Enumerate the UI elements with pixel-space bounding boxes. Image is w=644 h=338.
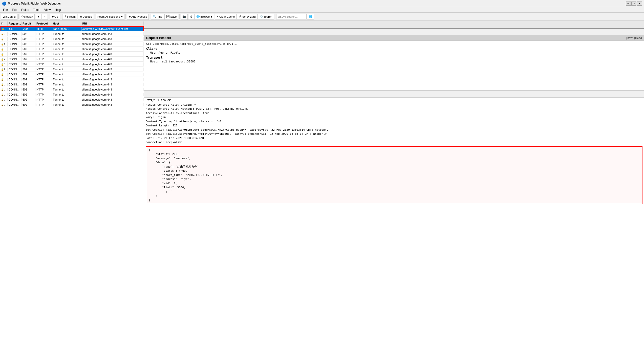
session-row[interactable]: 🔒5 CONNECT 502 HTTP Tunnel to clients1.g… — [0, 47, 144, 52]
toolbar-sep-5 — [125, 14, 126, 19]
tearoff-button[interactable]: 📎 Tearoff — [258, 14, 274, 20]
cell-protocol: HTTP — [35, 67, 52, 71]
cell-result: 502 — [22, 52, 35, 56]
col-header-url[interactable]: URI — [81, 21, 144, 26]
save-button[interactable]: 💾 Save — [164, 14, 178, 20]
row-icon: 🔒 — [1, 43, 4, 46]
session-row[interactable]: 🔒6 CONNECT 502 HTTP Tunnel to clients1.g… — [0, 52, 144, 57]
winconfig-button[interactable]: WinConfig — [1, 14, 17, 20]
session-row[interactable]: 🔒12 CONNECT 502 HTTP Tunnel to clients1.… — [0, 82, 144, 87]
decode-label: Decode — [82, 15, 92, 18]
cell-url: clients1.google.com:443 — [81, 37, 144, 41]
msdn-go-button[interactable]: 🌐 — [307, 14, 314, 20]
keep-sessions-dropdown[interactable]: Keep: All sessions ▼ — [96, 14, 124, 20]
process-icon: ⊕ — [128, 15, 131, 18]
cell-method: GET — [8, 27, 22, 31]
cell-num: 🔒5 — [0, 47, 8, 51]
cell-host: Tunnel to — [52, 98, 81, 101]
browse-dropdown[interactable]: 🌐 Browse ▼ — [195, 14, 214, 20]
decode-button[interactable]: ⊞ Decode — [78, 14, 94, 20]
text-wizard-label: Text Wizard — [241, 15, 255, 18]
session-row[interactable]: 🔒3 CONNECT 502 HTTP Tunnel to clients1.g… — [0, 36, 144, 41]
stop-button[interactable]: ✕ — [42, 14, 48, 20]
window-controls[interactable]: ─ □ ✕ — [626, 2, 642, 6]
replay-dropdown-button[interactable]: ▼ — [35, 14, 41, 20]
session-row[interactable]: 🔒4 CONNECT 502 HTTP Tunnel to clients1.g… — [0, 41, 144, 47]
go-button[interactable]: ▶ Go — [50, 14, 60, 20]
minimize-button[interactable]: ─ — [626, 2, 631, 6]
menu-file[interactable]: File — [1, 8, 10, 12]
replay-button[interactable]: ⟳ Replay — [20, 14, 35, 20]
menu-edit[interactable]: Edit — [10, 8, 19, 12]
cell-host: Tunnel to — [52, 73, 81, 76]
cell-url: clients1.google.com:443 — [81, 83, 144, 86]
col-header-reques[interactable]: Reques... — [8, 21, 22, 26]
menu-view[interactable]: View — [42, 8, 53, 12]
msdn-search-input[interactable] — [276, 14, 307, 19]
browse-label: Browse — [200, 15, 210, 18]
maximize-button[interactable]: □ — [631, 2, 636, 6]
inspector-request-tabs — [144, 29, 644, 35]
snapshot-button[interactable]: 📷 — [181, 14, 188, 20]
col-header-num[interactable]: # — [0, 21, 8, 26]
session-row[interactable]: 🔒16 CONNECT 502 HTTP Tunnel to clients1.… — [0, 102, 144, 107]
cell-num: 🔒9 — [0, 67, 8, 71]
cell-host: rap2.taoba... — [52, 27, 81, 31]
cell-method: CONNECT — [8, 32, 22, 36]
top-tabs-bar — [144, 21, 644, 29]
cell-result: 502 — [22, 78, 35, 81]
cell-result: 502 — [22, 83, 35, 86]
menu-tools[interactable]: Tools — [31, 8, 42, 12]
cell-result: 502 — [22, 62, 35, 66]
session-row[interactable]: 🔒15 CONNECT 502 HTTP Tunnel to clients1.… — [0, 97, 144, 102]
cell-result: 502 — [22, 73, 35, 76]
cell-result: 200 — [22, 27, 36, 31]
cell-method: CONNECT — [8, 52, 22, 56]
col-header-result[interactable]: Result — [22, 21, 35, 26]
stream-icon: ⬇ — [64, 15, 66, 18]
browse-dropdown-icon: ▼ — [210, 15, 213, 18]
clear-cache-icon: ✕ — [217, 15, 219, 18]
session-row[interactable]: 🔒14 CONNECT 502 HTTP Tunnel to clients1.… — [0, 92, 144, 97]
titlebar: 🔵 Progress Telerik Fiddler Web Debugger … — [0, 0, 644, 7]
session-row[interactable]: 🔒10 CONNECT 502 HTTP Tunnel to clients1.… — [0, 72, 144, 77]
row-icon: 🔒 — [1, 33, 4, 35]
cell-url: clients1.google.com:443 — [81, 42, 144, 46]
menu-help[interactable]: Help — [53, 8, 63, 12]
clear-cache-button[interactable]: ✕ Clear Cache — [215, 14, 237, 20]
session-row[interactable]: 🔒7 CONNECT 502 HTTP Tunnel to clients1.g… — [0, 57, 144, 62]
close-button[interactable]: ✕ — [637, 2, 642, 6]
text-wizard-icon: 𝒯 — [239, 15, 241, 18]
session-row[interactable]: 🔒8 CONNECT 502 HTTP Tunnel to clients1.g… — [0, 62, 144, 67]
row-icon: 🔒 — [1, 38, 4, 40]
col-header-protocol[interactable]: Protocol — [35, 21, 52, 26]
any-process-button[interactable]: ⊕ Any Process — [127, 14, 149, 20]
cell-num: 🔒4 — [0, 42, 8, 46]
session-row[interactable]: 🔒9 CONNECT 502 HTTP Tunnel to clients1.g… — [0, 67, 144, 72]
cell-num: 🔒10 — [0, 73, 8, 76]
stream-button[interactable]: ⬇ Stream — [62, 14, 77, 20]
session-row[interactable]: 🔒1 GET 200 HTTP rap2.taoba... /app/mock/… — [0, 26, 144, 31]
timer-button[interactable]: ⏱ — [188, 14, 195, 20]
cell-method: CONNECT — [8, 78, 22, 81]
cell-url: clients1.google.com:443 — [81, 73, 144, 76]
find-label: Find — [157, 15, 162, 18]
find-icon: 🔍 — [153, 15, 156, 18]
find-button[interactable]: 🔍 Find — [151, 14, 164, 20]
session-row[interactable]: 🔒13 CONNECT 502 HTTP Tunnel to clients1.… — [0, 87, 144, 92]
tearoff-icon: 📎 — [260, 15, 263, 18]
replay-icon: ⟳ — [22, 15, 24, 18]
cell-result: 502 — [22, 57, 35, 61]
cell-protocol: HTTP — [35, 78, 52, 81]
request-panel: Request Headers [Raw] [Head GET /app/moc… — [144, 35, 644, 91]
request-panel-title: Request Headers — [146, 36, 171, 40]
text-wizard-button[interactable]: 𝒯 Text Wizard — [237, 14, 257, 20]
tearoff-label: Tearoff — [264, 15, 272, 18]
row-icon: 🔒 — [2, 28, 4, 30]
menu-rules[interactable]: Rules — [19, 8, 31, 12]
session-row[interactable]: 🔒11 CONNECT 502 HTTP Tunnel to clients1.… — [0, 77, 144, 82]
app-title: Progress Telerik Fiddler Web Debugger — [8, 2, 626, 5]
cell-protocol: HTTP — [35, 88, 52, 91]
col-header-host[interactable]: Host — [52, 21, 81, 26]
session-row[interactable]: 🔒2 CONNECT 502 HTTP Tunnel to clients1.g… — [0, 31, 144, 36]
